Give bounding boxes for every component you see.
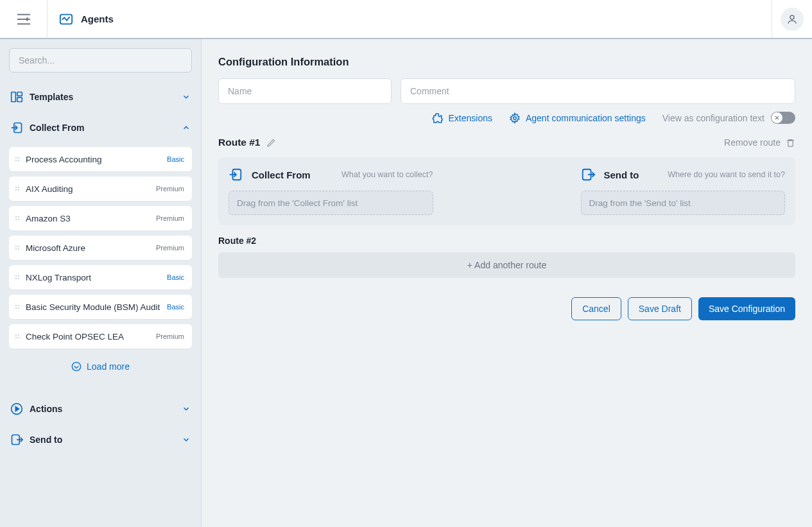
drag-handle-icon bbox=[14, 187, 21, 191]
hamburger-icon bbox=[17, 13, 31, 25]
chevron-up-icon bbox=[182, 123, 191, 132]
svg-rect-6 bbox=[17, 92, 22, 96]
pencil-icon bbox=[266, 138, 276, 148]
list-item[interactable]: Check Point OPSEC LEAPremium bbox=[9, 324, 192, 349]
actions-icon bbox=[10, 402, 23, 415]
templates-icon bbox=[10, 91, 23, 103]
actions-label: Actions bbox=[30, 404, 175, 414]
send-to-hint: Where do you want to send it to? bbox=[668, 170, 785, 179]
save-draft-button[interactable]: Save Draft bbox=[628, 297, 692, 320]
list-item-label: NXLog Transport bbox=[26, 273, 162, 282]
list-item[interactable]: Amazon S3Premium bbox=[9, 206, 192, 230]
collect-from-column: Collect From What you want to collect? D… bbox=[229, 168, 433, 215]
tier-badge: Premium bbox=[156, 214, 184, 222]
agents-icon bbox=[59, 12, 73, 26]
header-title-wrap: Agents bbox=[47, 0, 114, 38]
list-item[interactable]: Basic Security Module (BSM) AuditBasic bbox=[9, 295, 192, 319]
extensions-icon bbox=[431, 112, 443, 124]
drag-handle-icon bbox=[14, 246, 21, 250]
send-to-label: Send to bbox=[30, 435, 175, 445]
route-1-panel: Collect From What you want to collect? D… bbox=[218, 157, 795, 225]
sidebar: Templates Collect From Process Accountin… bbox=[0, 39, 202, 527]
svg-rect-5 bbox=[12, 92, 16, 102]
config-name-input[interactable] bbox=[218, 78, 392, 104]
tier-badge: Premium bbox=[156, 185, 184, 193]
remove-route-label: Remove route bbox=[724, 137, 781, 148]
toggle-knob bbox=[772, 112, 782, 123]
svg-point-9 bbox=[72, 362, 80, 370]
list-item-label: Process Accounting bbox=[26, 155, 162, 164]
view-config-toggle[interactable] bbox=[771, 112, 795, 124]
list-item[interactable]: AIX AuditingPremium bbox=[9, 177, 192, 201]
route-2-label: Route #2 bbox=[218, 236, 795, 246]
view-config-label: View as configuration text bbox=[662, 113, 764, 123]
svg-rect-16 bbox=[788, 140, 793, 146]
drag-handle-icon bbox=[14, 334, 21, 338]
avatar bbox=[781, 8, 804, 31]
sidebar-section-collect-from[interactable]: Collect From bbox=[9, 115, 192, 141]
drag-handle-icon bbox=[14, 216, 21, 220]
agent-comm-label: Agent communication settings bbox=[526, 113, 646, 123]
list-item[interactable]: NXLog TransportBasic bbox=[9, 265, 192, 289]
sidebar-section-send-to[interactable]: Send to bbox=[9, 427, 192, 453]
collect-from-icon bbox=[229, 168, 243, 182]
send-to-title: Send to bbox=[604, 169, 639, 180]
add-route-button[interactable]: + Add another route bbox=[218, 252, 795, 278]
svg-point-13 bbox=[514, 116, 517, 119]
remove-route-button[interactable]: Remove route bbox=[724, 137, 795, 148]
send-to-column: Send to Where do you want to send it to?… bbox=[581, 168, 786, 215]
list-item-label: Amazon S3 bbox=[26, 214, 151, 223]
collect-from-icon bbox=[10, 121, 23, 134]
extensions-link[interactable]: Extensions bbox=[431, 112, 492, 124]
user-icon bbox=[786, 13, 798, 25]
collect-from-dropzone[interactable]: Drag from the 'Collect From' list bbox=[229, 191, 433, 215]
templates-label: Templates bbox=[30, 92, 175, 102]
sidebar-section-actions[interactable]: Actions bbox=[9, 396, 192, 422]
tier-badge: Premium bbox=[156, 244, 184, 252]
collect-from-list: Process AccountingBasicAIX AuditingPremi… bbox=[9, 147, 192, 349]
top-bar: Agents bbox=[0, 0, 812, 39]
list-item-label: Basic Security Module (BSM) Audit bbox=[26, 302, 162, 312]
route-1-title: Route #1 bbox=[218, 137, 260, 148]
svg-point-4 bbox=[790, 15, 794, 19]
page-title: Agents bbox=[81, 13, 114, 24]
svg-marker-11 bbox=[15, 407, 19, 411]
collect-from-label: Collect From bbox=[30, 123, 175, 133]
save-configuration-button[interactable]: Save Configuration bbox=[698, 297, 795, 320]
trash-icon bbox=[786, 138, 795, 148]
load-more-label: Load more bbox=[87, 361, 130, 372]
chevron-down-icon bbox=[182, 92, 191, 101]
tier-badge: Basic bbox=[167, 303, 184, 311]
route-1-header: Route #1 Remove route bbox=[218, 137, 795, 148]
edit-route-button[interactable] bbox=[266, 138, 276, 148]
config-comment-input[interactable] bbox=[401, 78, 795, 104]
search-input[interactable] bbox=[9, 48, 192, 73]
agent-comm-settings-link[interactable]: Agent communication settings bbox=[509, 112, 646, 124]
user-menu[interactable] bbox=[772, 0, 812, 38]
menu-toggle[interactable] bbox=[0, 0, 47, 38]
list-item-label: AIX Auditing bbox=[26, 184, 151, 194]
gear-icon bbox=[509, 112, 521, 124]
sidebar-section-templates[interactable]: Templates bbox=[9, 84, 192, 110]
main-content: Configuration Information Extensions bbox=[202, 39, 812, 527]
drag-handle-icon bbox=[14, 275, 21, 279]
collect-from-title: Collect From bbox=[252, 169, 311, 180]
cancel-button[interactable]: Cancel bbox=[571, 297, 621, 320]
tier-badge: Basic bbox=[167, 273, 184, 281]
load-more-button[interactable]: Load more bbox=[9, 354, 192, 382]
list-item[interactable]: Microsoft AzurePremium bbox=[9, 236, 192, 260]
tier-badge: Basic bbox=[167, 155, 184, 163]
tier-badge: Premium bbox=[156, 333, 184, 340]
send-to-dropzone[interactable]: Drag from the 'Send to' list bbox=[581, 191, 786, 215]
collect-from-hint: What you want to collect? bbox=[341, 170, 433, 179]
svg-rect-7 bbox=[17, 98, 22, 102]
list-item[interactable]: Process AccountingBasic bbox=[9, 147, 192, 171]
load-more-icon bbox=[71, 361, 82, 372]
send-to-icon bbox=[10, 433, 23, 446]
close-icon bbox=[774, 115, 780, 121]
extensions-label: Extensions bbox=[448, 113, 492, 123]
chevron-down-icon bbox=[182, 404, 191, 413]
send-to-icon bbox=[581, 168, 595, 182]
view-as-config-text: View as configuration text bbox=[662, 112, 795, 124]
config-info-heading: Configuration Information bbox=[218, 56, 795, 68]
